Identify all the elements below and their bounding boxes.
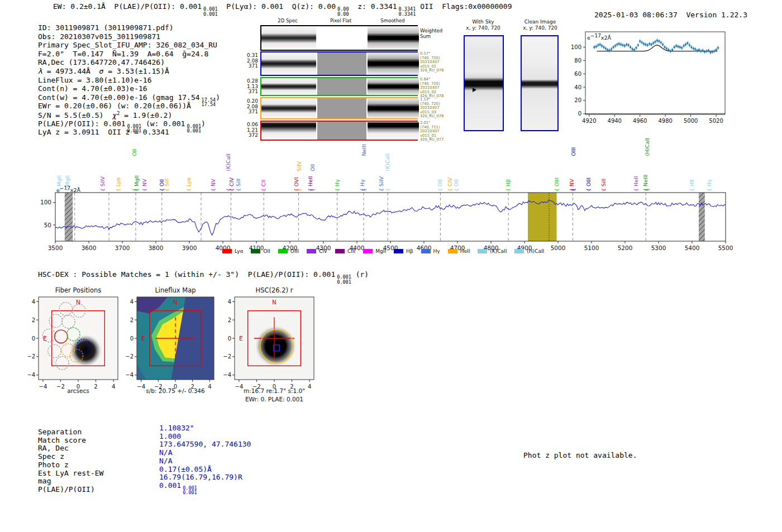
row-3-annotation: 2.01"(740, 711)20210307v015_01326_RU_077 (420, 121, 456, 142)
line-label-Lyα: { Lyα (185, 178, 192, 191)
svg-text:3500: 3500 (48, 245, 63, 251)
line-label-SiII: { SiII (164, 179, 170, 191)
line-label-MgII: { MgII (56, 175, 62, 191)
svg-text:0: 0 (228, 336, 231, 342)
flux-point (683, 45, 684, 46)
flux-point (631, 48, 633, 50)
svg-text:5400: 5400 (685, 245, 700, 251)
line-label-MgII: { MgII (133, 175, 140, 191)
fiber-xlabel: arcsecs (27, 387, 129, 394)
flux-point (597, 44, 599, 46)
flux-point (696, 50, 698, 51)
flux-point (664, 46, 665, 48)
svg-text:4920: 4920 (582, 118, 596, 124)
svg-text:4940: 4940 (608, 118, 622, 124)
line-label-NV: { NV (210, 179, 216, 191)
flux-point (666, 47, 667, 49)
line-label-OIII: { OIII (554, 178, 560, 191)
flux-point (622, 44, 623, 46)
flux-point (685, 44, 686, 45)
source-blob (69, 334, 102, 367)
flux-point (614, 45, 616, 46)
fiber-cutout-row-1-cell-1 (317, 78, 366, 95)
flux-point (705, 50, 707, 52)
row-0-weights: 0.312.08371 (240, 53, 258, 69)
photz-note: Phot z plot not available. (523, 451, 637, 459)
legend-item-Lyα: Lyα (222, 248, 243, 254)
svg-text:−4: −4 (125, 372, 133, 378)
flux-point (713, 50, 715, 52)
svg-text:2: 2 (32, 317, 35, 323)
svg-text:5100: 5100 (584, 245, 599, 251)
line-label-SiIV: { SiIV (296, 161, 302, 191)
row-3-weights: 0.061.21372 (240, 122, 258, 138)
flux-point (603, 46, 604, 48)
line-label-NV: { NV (141, 179, 147, 191)
match-row-label: Separation (38, 428, 82, 436)
weighted-sum-label: WeightedSum (420, 28, 442, 39)
flux-point (630, 46, 631, 48)
legend-item-(K)CaII: (K)CaII (478, 248, 507, 254)
flux-point (671, 49, 673, 51)
svg-text:−2: −2 (28, 353, 35, 360)
line-label-CII: { CII (260, 180, 266, 191)
flux-point (704, 51, 705, 52)
spectrum-axes (55, 193, 726, 241)
info-line-8: Cont(w) = 4.70(±0.00)e-16 (gmag 17.5417.… (38, 93, 220, 102)
fiber-cutout-row-2 (260, 97, 418, 119)
svg-text:−4: −4 (223, 372, 231, 378)
inset-axes (585, 32, 725, 114)
elixer-report: EW: 0.2±0.1Å P(LAE)/P(OII): 0.0010.0010.… (0, 0, 782, 532)
legend-item-OIII: OIII (278, 248, 299, 254)
info-line-1: Obs: 20210307v015_3011909871 (38, 32, 220, 41)
match-row-value: N/A (159, 448, 172, 457)
svg-text:100: 100 (571, 44, 581, 50)
svg-text:−4: −4 (28, 372, 35, 378)
flux-point (679, 46, 681, 48)
fiber-cutout-row-2-cell-0 (261, 98, 316, 118)
svg-text:3800: 3800 (149, 245, 164, 251)
legend-swatch (278, 249, 288, 253)
fiber-cutout-row-3-cell-0 (261, 122, 316, 140)
match-row-label: Spec z (38, 452, 64, 461)
legend-item-Hγ: Hγ (421, 248, 440, 254)
flux-point (637, 44, 639, 46)
weighted-sum-row (260, 25, 418, 51)
flux-point (611, 48, 612, 50)
line-label-MgII: { MgII (64, 175, 70, 191)
flux-point (626, 44, 627, 45)
svg-text:E: E (141, 335, 145, 342)
flux-point (689, 44, 690, 46)
svg-text:4: 4 (130, 299, 133, 305)
line-label-(H)CaII: { (H)CaII (644, 138, 650, 191)
info-line-10: S/N = 5.5(±0.5) χ2 = 1.9(±0.2) (38, 111, 220, 119)
fiber-cutout-row-2-cell-1 (317, 98, 366, 118)
legend-swatch (307, 249, 316, 253)
flux-point (608, 50, 610, 51)
line-label-Hβ: { Hβ (505, 179, 511, 191)
legend-swatch (363, 249, 373, 253)
svg-text:N: N (173, 299, 178, 305)
flux-point (715, 49, 717, 51)
svg-text:2: 2 (228, 317, 231, 323)
legend-item-OII: OII (251, 248, 270, 254)
col-title-pixel-flat: Pixel Flat (316, 18, 365, 23)
row-1-annotation: 0.84"(740, 720)20210307v015_02326_RU_078 (420, 78, 456, 99)
weighted-sum-row-cell-0 (261, 26, 316, 50)
svg-text:4980: 4980 (658, 118, 672, 124)
spectrum-line (55, 200, 726, 235)
catalog-match-table: Separation1.10832"Match score1.000RA, De… (38, 428, 317, 506)
flux-point (641, 41, 642, 43)
flux-point (717, 47, 719, 49)
line-label-(K)CaII: { (K)CaII (384, 154, 390, 191)
fiber-cutout-row-1-cell-0 (261, 78, 316, 95)
flux-point (700, 50, 702, 52)
weighted-sum-row-cell-1 (317, 26, 366, 50)
line-label-SiII: { SiII (235, 179, 241, 191)
svg-text:5200: 5200 (618, 245, 633, 251)
legend-item-Hβ: Hβ (394, 248, 413, 254)
flux-point (670, 50, 671, 52)
svg-text:40: 40 (574, 84, 581, 90)
flux-point (639, 40, 641, 42)
flux-point (667, 49, 669, 51)
